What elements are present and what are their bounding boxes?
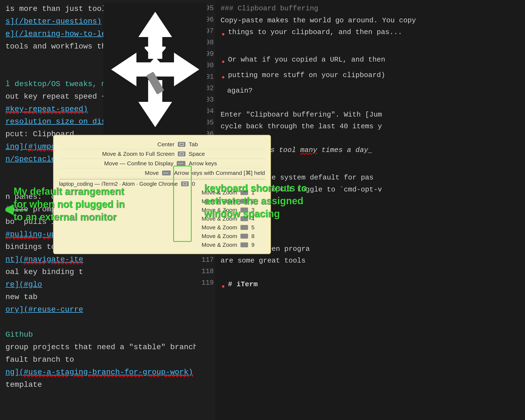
- popup-row-move: Move ⇦⇨ Arrow keys with Command [⌘] held: [59, 168, 265, 178]
- line-num: 118: [196, 266, 214, 277]
- doc-line: [221, 42, 520, 54]
- annotation-right: keyboard shortcuts to activate the assig…: [204, 182, 321, 220]
- svg-rect-10: [183, 183, 187, 185]
- code-line: ng](#use-a-staging-branch-for-group-work…: [0, 366, 196, 379]
- svg-text:⇦⇨: ⇦⇨: [178, 162, 183, 165]
- popup-key: Arrow keys with Command [⌘] held: [174, 170, 265, 176]
- popup-key: Arrow keys: [189, 160, 265, 167]
- doc-section-heading: ### Clipboard buffering: [221, 3, 520, 15]
- popup-label: Move — Confine to Display: [97, 160, 173, 167]
- code-line: group projects that need a "stable" bran…: [0, 341, 196, 354]
- popup-icon-rect: [240, 234, 248, 239]
- popup-icon-rect: [240, 242, 248, 247]
- popup-key: 5: [251, 224, 265, 231]
- popup-label: Move & Zoom to Full Screen: [98, 151, 175, 157]
- doc-bullet: • putting more stuff on your clipboard): [221, 69, 520, 85]
- popup-icon-rect: [181, 181, 189, 186]
- line-num: 119: [196, 277, 214, 289]
- code-line: new tab: [0, 291, 196, 303]
- popup-icon-rect: [240, 225, 248, 230]
- doc-line: Enter "Clipboard buffering". With [Jum: [221, 109, 520, 121]
- popup-row-9: Move & Zoom 9: [59, 241, 265, 249]
- arrow-graphic: [103, 3, 207, 136]
- svg-text:⇦⇨: ⇦⇨: [163, 171, 169, 175]
- popup-row-center: Center Tab: [59, 140, 265, 149]
- popup-row-8: Move & Zoom 8: [59, 232, 265, 241]
- code-line: ory](#reuse-curre: [0, 303, 196, 316]
- doc-bullet: • things to your clipboard, and then pas…: [221, 26, 520, 42]
- doc-line: cycle back through the last 40 items y: [221, 121, 520, 133]
- doc-line: [221, 97, 520, 109]
- annotation-left: My default arrangement for when not plug…: [14, 185, 128, 223]
- doc-line: again?: [221, 85, 520, 97]
- code-line: [0, 316, 196, 328]
- popup-label: Move & Zoom: [161, 224, 237, 231]
- popup-key: 9: [251, 242, 265, 248]
- annotation-arrow-svg: [5, 202, 33, 218]
- doc-bullet: • Or what if you copied a URL, and then: [221, 54, 520, 69]
- popup-key: Tab: [189, 141, 265, 148]
- popup-label: Center: [98, 141, 175, 148]
- code-line: template: [0, 379, 196, 391]
- svg-rect-7: [180, 153, 184, 155]
- popup-key: 8: [251, 233, 265, 239]
- svg-rect-6: [180, 143, 184, 145]
- popup-separator-key: 0: [192, 181, 206, 187]
- doc-line: are some great tools: [221, 255, 520, 267]
- popup-row-confine: Move — Confine to Display ⇦⇨ Arrow keys: [59, 159, 265, 168]
- popup-key: Space: [189, 151, 265, 157]
- code-line: re](#glo: [0, 278, 196, 291]
- popup-icon-arrows: ⇦⇨: [162, 171, 171, 175]
- doc-line: Copy-paste makes the world go around. Yo…: [221, 15, 520, 27]
- popup-row-5: Move & Zoom 5: [59, 223, 265, 232]
- doc-heading-iterm: • # iTerm: [221, 279, 520, 294]
- popup-icon-rect: [178, 142, 185, 147]
- code-line: Github: [0, 328, 196, 341]
- popup-icon-arrows: ⇦⇨: [177, 161, 185, 166]
- directional-arrows-svg: [109, 10, 202, 129]
- doc-line: [221, 267, 520, 279]
- things-text: things: [228, 28, 254, 36]
- popup-label: Move & Zoom: [161, 242, 237, 248]
- line-num: 117: [196, 254, 214, 266]
- popup-label: Move & Zoom: [161, 233, 237, 239]
- popup-label: Move: [83, 170, 159, 176]
- annotation-right-text: keyboard shortcuts to activate the assig…: [204, 182, 307, 219]
- popup-row-fullscreen: Move & Zoom to Full Screen Space: [59, 149, 265, 159]
- code-line: fault branch to: [0, 354, 196, 366]
- code-line: oal key binding t: [0, 266, 196, 278]
- popup-icon-rect: [178, 151, 185, 156]
- code-line: nt](#navigate-ite: [0, 253, 196, 266]
